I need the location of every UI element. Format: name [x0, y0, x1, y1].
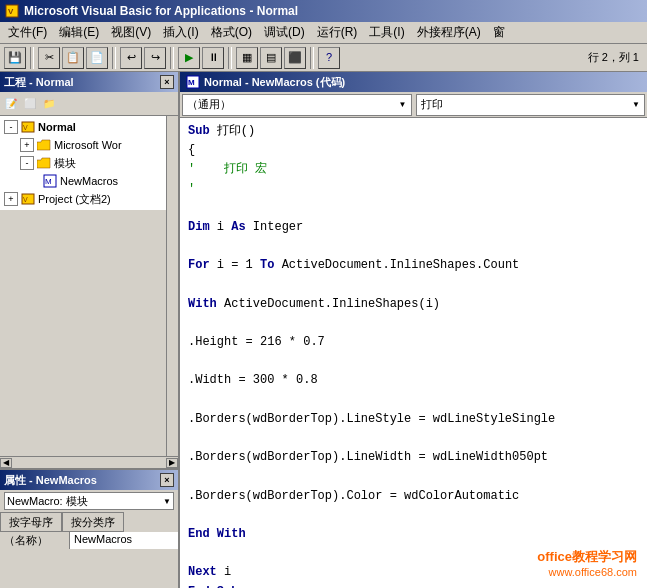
toolbar-module-btn[interactable]: ▤ [260, 47, 282, 69]
redo-icon: ↪ [151, 52, 160, 63]
project-tree-scrollbar[interactable] [166, 116, 178, 456]
tree-item-newmacros[interactable]: M NewMacros [2, 172, 164, 190]
toolbar: 💾 ✂ 📋 📄 ↩ ↪ ▶ ⏸ ▦ ▤ ⬛ ? 行 2，列 1 [0, 44, 647, 72]
code-line-18: .Borders(wdBorderTop).LineWidth = wdLine… [188, 448, 639, 467]
title-bar: V Microsoft Visual Basic for Application… [0, 0, 647, 22]
userform-icon: ▦ [242, 52, 252, 63]
code-object-dropdown[interactable]: （通用） ▼ [182, 94, 412, 116]
toolbar-sep1 [30, 47, 34, 69]
code-line-6: Dim i As Integer [188, 218, 639, 237]
code-line-8: For i = 1 To ActiveDocument.InlineShapes… [188, 256, 639, 275]
code-proc-arrow: ▼ [632, 100, 640, 109]
props-tab-alpha[interactable]: 按字母序 [0, 512, 62, 532]
props-tabs: 按字母序 按分类序 [0, 512, 178, 532]
tree-item-modules[interactable]: - 模块 [2, 154, 164, 172]
project-panel-toolbar: 📝 ⬜ 📁 [0, 92, 178, 116]
tree-item-project2[interactable]: + V Project (文档2) [2, 190, 164, 208]
code-line-16: .Borders(wdBorderTop).LineStyle = wdLine… [188, 410, 639, 429]
tree-item-word[interactable]: + Microsoft Wor [2, 136, 164, 154]
tree-item-normal[interactable]: - V Normal [2, 118, 164, 136]
toolbar-sep4 [228, 47, 232, 69]
class-icon: ⬛ [288, 52, 302, 63]
view-object-icon: ⬜ [24, 98, 36, 109]
toolbar-userform-btn[interactable]: ▦ [236, 47, 258, 69]
folder-icon-modules [36, 155, 52, 171]
run-icon: ▶ [185, 52, 193, 63]
pause-icon: ⏸ [208, 52, 219, 63]
menu-tools[interactable]: 工具(I) [363, 22, 410, 43]
code-line-20: .Borders(wdBorderTop).Color = wdColorAut… [188, 487, 639, 506]
paste-icon: 📄 [90, 52, 104, 63]
menu-file[interactable]: 文件(F) [2, 22, 53, 43]
menu-view[interactable]: 视图(V) [105, 22, 157, 43]
menu-insert[interactable]: 插入(I) [157, 22, 204, 43]
props-object-dropdown[interactable]: NewMacro: 模块 ▼ [4, 492, 174, 510]
watermark-line1: office教程学习网 [537, 548, 637, 566]
project-panel-title: 工程 - Normal [4, 75, 74, 90]
code-proc-dropdown[interactable]: 打印 ▼ [416, 94, 646, 116]
expand-modules[interactable]: - [20, 156, 34, 170]
code-line-17 [188, 429, 639, 448]
code-panel-header: M Normal - NewMacros (代码) [180, 72, 647, 92]
menu-edit[interactable]: 编辑(E) [53, 22, 105, 43]
menu-bar: 文件(F) 编辑(E) 视图(V) 插入(I) 格式(O) 调试(D) 运行(R… [0, 22, 647, 44]
toolbar-help-btn[interactable]: ? [318, 47, 340, 69]
expand-word[interactable]: + [20, 138, 34, 152]
toolbar-sep3 [170, 47, 174, 69]
toolbar-class-btn[interactable]: ⬛ [284, 47, 306, 69]
code-line-9 [188, 276, 639, 295]
proj-folder-toggle-btn[interactable]: 📁 [40, 95, 58, 113]
tree-label-word: Microsoft Wor [54, 139, 122, 151]
expand-project2[interactable]: + [4, 192, 18, 206]
menu-debug[interactable]: 调试(D) [258, 22, 311, 43]
props-tab-category[interactable]: 按分类序 [62, 512, 124, 532]
project-tree-wrap: - V Normal + Microsoft Wor [0, 116, 166, 456]
toolbar-cut-btn[interactable]: ✂ [38, 47, 60, 69]
scroll-right-btn[interactable]: ▶ [166, 458, 178, 468]
props-panel-close[interactable]: × [160, 473, 174, 487]
watermark-line2: www.office68.com [537, 566, 637, 578]
code-editor[interactable]: Sub 打印() { ' 打印 宏 ' Dim i As Integer For… [180, 118, 647, 588]
toolbar-sep2 [112, 47, 116, 69]
toolbar-save-btn[interactable]: 💾 [4, 47, 26, 69]
app-icon: V [4, 3, 20, 19]
toolbar-redo-btn[interactable]: ↪ [144, 47, 166, 69]
code-line-3: ' 打印 宏 [188, 160, 639, 179]
code-object-label: （通用） [187, 97, 231, 112]
props-val-name[interactable]: NewMacros [70, 532, 178, 549]
menu-window[interactable]: 窗 [487, 22, 511, 43]
project-tree-scroll: - V Normal + Microsoft Wor [0, 116, 178, 456]
row-col-status: 行 2，列 1 [584, 50, 643, 65]
toolbar-copy-btn[interactable]: 📋 [62, 47, 84, 69]
properties-panel: 属性 - NewMacros × NewMacro: 模块 ▼ 按字母序 按分类… [0, 468, 178, 588]
dropdown-arrow-icon: ▼ [163, 497, 171, 506]
module-icon: ▤ [266, 52, 276, 63]
proj-view-code-btn[interactable]: 📝 [2, 95, 20, 113]
scroll-track [12, 459, 166, 467]
props-dropdown-row: NewMacro: 模块 ▼ [0, 490, 178, 512]
menu-run[interactable]: 运行(R) [311, 22, 364, 43]
svg-text:V: V [8, 7, 14, 16]
toolbar-undo-btn[interactable]: ↩ [120, 47, 142, 69]
code-line-25: End Sub [188, 583, 639, 589]
tree-label-modules: 模块 [54, 156, 76, 171]
project-panel-close[interactable]: × [160, 75, 174, 89]
expand-normal[interactable]: - [4, 120, 18, 134]
proj-view-object-btn[interactable]: ⬜ [21, 95, 39, 113]
toolbar-pause-btn[interactable]: ⏸ [202, 47, 224, 69]
watermark: office教程学习网 www.office68.com [537, 548, 637, 578]
props-table: （名称） NewMacros [0, 532, 178, 550]
tree-label-normal: Normal [38, 121, 76, 133]
tree-label-project2: Project (文档2) [38, 192, 111, 207]
code-object-arrow: ▼ [399, 100, 407, 109]
toolbar-paste-btn[interactable]: 📄 [86, 47, 108, 69]
folder-icon-word [36, 137, 52, 153]
project-icon-project2: V [20, 191, 36, 207]
toolbar-run-btn[interactable]: ▶ [178, 47, 200, 69]
menu-addins[interactable]: 外接程序(A) [411, 22, 487, 43]
project-h-scrollbar[interactable]: ◀ ▶ [0, 456, 178, 468]
svg-marker-5 [37, 158, 50, 168]
code-line-12: .Height = 216 * 0.7 [188, 333, 639, 352]
menu-format[interactable]: 格式(O) [205, 22, 258, 43]
scroll-left-btn[interactable]: ◀ [0, 458, 12, 468]
